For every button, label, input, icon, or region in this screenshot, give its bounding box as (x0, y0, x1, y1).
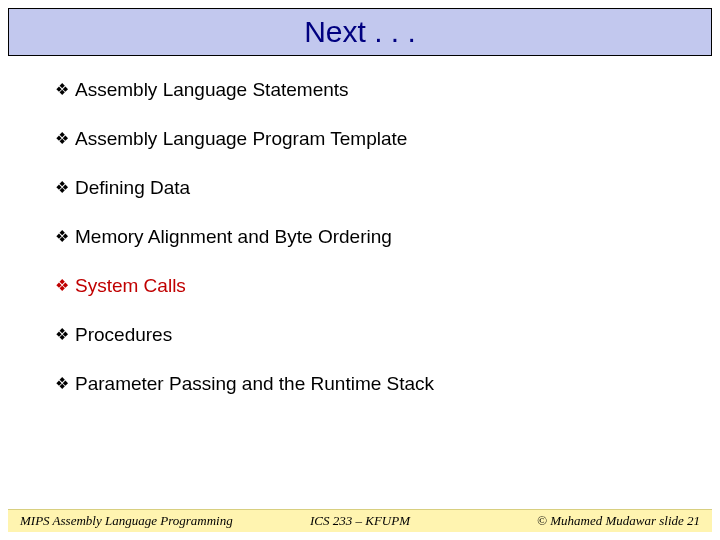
list-item-label: Assembly Language Program Template (75, 127, 407, 151)
page-title: Next . . . (304, 15, 416, 48)
list-item-label: Procedures (75, 323, 172, 347)
content-list: ❖ Assembly Language Statements ❖ Assembl… (0, 56, 720, 396)
diamond-bullet-icon: ❖ (55, 176, 69, 200)
title-bar: Next . . . (8, 8, 712, 56)
list-item-label: System Calls (75, 274, 186, 298)
diamond-bullet-icon: ❖ (55, 225, 69, 249)
list-item: ❖ Procedures (55, 323, 665, 347)
list-item-label: Defining Data (75, 176, 190, 200)
diamond-bullet-icon: ❖ (55, 372, 69, 396)
list-item: ❖ Defining Data (55, 176, 665, 200)
footer-left: MIPS Assembly Language Programming (20, 513, 247, 529)
list-item-label: Memory Alignment and Byte Ordering (75, 225, 392, 249)
footer-right: © Muhamed Mudawar slide 21 (473, 513, 700, 529)
diamond-bullet-icon: ❖ (55, 127, 69, 151)
footer-center: ICS 233 – KFUPM (247, 513, 474, 529)
list-item: ❖ Memory Alignment and Byte Ordering (55, 225, 665, 249)
list-item: ❖ Parameter Passing and the Runtime Stac… (55, 372, 665, 396)
diamond-bullet-icon: ❖ (55, 274, 69, 298)
footer-bar: MIPS Assembly Language Programming ICS 2… (8, 509, 712, 532)
list-item-label: Parameter Passing and the Runtime Stack (75, 372, 434, 396)
diamond-bullet-icon: ❖ (55, 78, 69, 102)
list-item-label: Assembly Language Statements (75, 78, 349, 102)
diamond-bullet-icon: ❖ (55, 323, 69, 347)
list-item: ❖ Assembly Language Statements (55, 78, 665, 102)
list-item: ❖ Assembly Language Program Template (55, 127, 665, 151)
list-item-active: ❖ System Calls (55, 274, 665, 298)
